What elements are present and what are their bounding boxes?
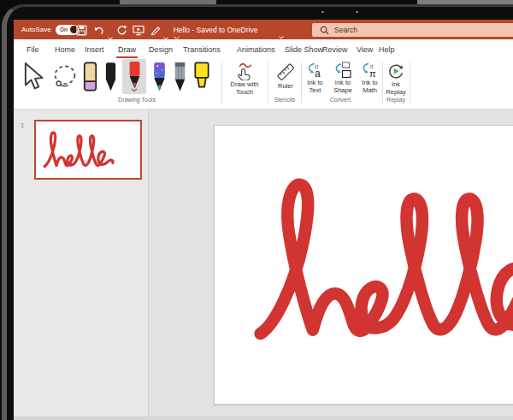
save-icon[interactable] [76, 24, 88, 35]
select-arrow-icon [19, 62, 48, 91]
autosave-state-label: On [60, 27, 68, 33]
ribbon-tab-strip: File Home Insert Draw Design Transitions… [14, 39, 513, 60]
galaxy-pen-button[interactable] [151, 62, 168, 96]
document-title: Hello - Saved to OneDrive [156, 26, 275, 34]
slide-number: 1 [21, 121, 24, 129]
galaxy-pen-icon [151, 62, 168, 92]
pen-options-chevron-icon [131, 88, 138, 92]
slide-thumbnail-panel: 1 [14, 109, 149, 420]
tab-review[interactable]: Review [321, 39, 350, 60]
group-label-replay: Replay [379, 97, 413, 107]
tab-file[interactable]: File [25, 39, 41, 60]
bezel-reflection [321, 11, 324, 13]
tab-animations[interactable]: Animations [235, 39, 277, 60]
eraser-icon [82, 62, 98, 92]
black-pen-icon [103, 62, 119, 92]
pencil-button[interactable] [172, 62, 188, 96]
red-pen-icon [127, 61, 143, 90]
slideshow-icon[interactable] [133, 24, 144, 35]
ruler-button[interactable]: Ruler [271, 60, 300, 91]
ink-replay-icon [386, 62, 406, 80]
undo-icon[interactable] [93, 24, 105, 35]
svg-text:π: π [369, 68, 376, 79]
ribbon: Drawing Tools Draw with Touch Ruler Sten… [14, 60, 513, 109]
yellow-highlighter-button[interactable] [192, 62, 211, 96]
tab-design[interactable]: Design [147, 39, 174, 60]
slide-thumbnail[interactable] [34, 120, 142, 180]
tab-view[interactable]: View [355, 39, 374, 60]
red-pen-button-selected[interactable] [122, 59, 146, 94]
ink-to-math-icon: π π [361, 62, 380, 79]
pencil-icon [172, 62, 188, 92]
lasso-icon [51, 64, 79, 90]
group-label-drawing-tools: Drawing Tools [94, 97, 180, 107]
search-icon [320, 26, 329, 35]
powerpoint-window: AutoSave On Hello - Saved to OneDri [14, 20, 513, 420]
autosave-toggle[interactable]: On [56, 25, 79, 35]
tab-insert[interactable]: Insert [83, 39, 106, 60]
ink-to-math-button[interactable]: π π Ink to Math [357, 60, 382, 94]
autosave-label: AutoSave [21, 26, 51, 33]
ruler-icon [274, 62, 297, 82]
group-label-convert: Convert [315, 97, 366, 107]
ink-hello-drawing [249, 143, 513, 383]
search-input[interactable]: Search [312, 23, 513, 37]
ink-replay-button[interactable]: Ink Replay [381, 60, 410, 96]
group-separator [410, 62, 410, 104]
ink-hello-thumbnail [42, 123, 134, 178]
select-tool-button[interactable] [19, 62, 48, 94]
group-label-stencils: Stencils [268, 97, 302, 107]
ink-to-text-icon: a a [306, 62, 325, 79]
tab-draw[interactable]: Draw [116, 39, 138, 60]
tab-slide-show[interactable]: Slide Show [283, 39, 325, 60]
tab-transitions[interactable]: Transitions [181, 39, 222, 60]
lasso-select-button[interactable] [51, 64, 79, 93]
touch-hand-icon [233, 62, 256, 80]
ink-to-text-button[interactable]: a a Ink to Text [302, 60, 328, 94]
workspace: 1 [14, 109, 513, 420]
redo-icon[interactable] [116, 24, 128, 35]
tab-home[interactable]: Home [53, 39, 77, 60]
group-separator [221, 62, 222, 104]
slide-canvas[interactable] [214, 125, 513, 405]
ink-to-shape-button[interactable]: Ink to Shape [329, 60, 357, 94]
bezel-reflection [356, 11, 358, 13]
ruler-label: Ruler [271, 83, 300, 91]
eraser-tool-button[interactable] [82, 62, 98, 96]
title-bar: AutoSave On Hello - Saved to OneDri [14, 20, 513, 39]
ink-to-text-label: Ink to Text [302, 80, 328, 94]
bottom-strip [14, 417, 513, 420]
tab-help[interactable]: Help [377, 39, 397, 60]
ink-to-math-label: Ink to Math [357, 80, 382, 94]
draw-with-touch-label: Draw with Touch [223, 81, 266, 96]
ink-to-shape-label: Ink to Shape [329, 80, 357, 94]
ink-to-shape-icon [333, 62, 352, 79]
draw-with-touch-button[interactable]: Draw with Touch [223, 60, 266, 96]
black-pen-button[interactable] [103, 62, 119, 96]
ink-replay-label: Ink Replay [381, 81, 410, 96]
highlighter-icon [192, 62, 211, 92]
svg-text:a: a [315, 68, 321, 79]
search-placeholder: Search [334, 26, 357, 34]
